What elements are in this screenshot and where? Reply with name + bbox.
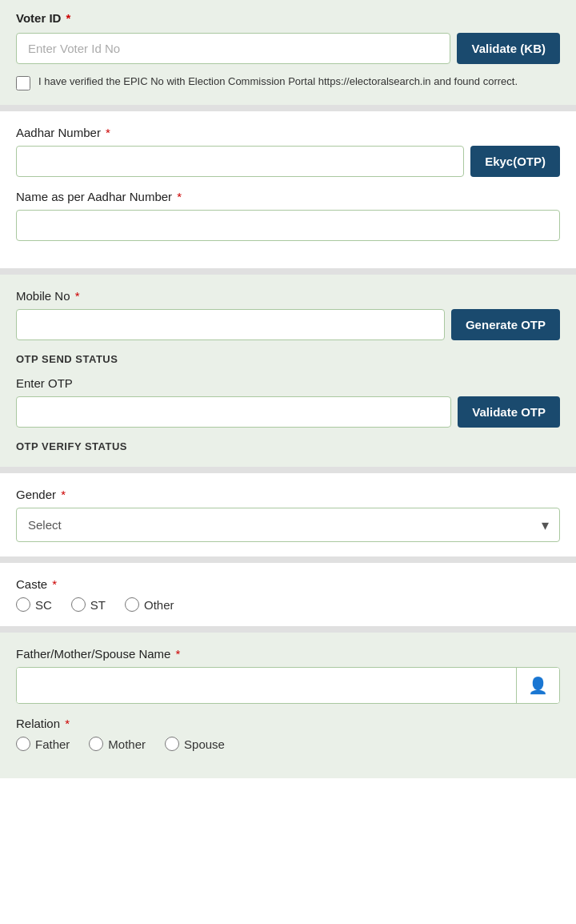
voter-id-required-marker: * (66, 11, 71, 25)
ekyc-otp-button[interactable]: Ekyc(OTP) (470, 146, 560, 177)
relation-father-label: Father (35, 737, 70, 751)
enter-otp-block: Enter OTP Validate OTP (16, 376, 560, 428)
mobile-block: Mobile No * Generate OTP (16, 289, 560, 340)
epic-verify-checkbox[interactable] (16, 76, 30, 90)
caste-st-item[interactable]: ST (71, 597, 106, 612)
family-name-block: Father/Mother/Spouse Name * 👤 (16, 647, 560, 704)
relation-spouse-label: Spouse (184, 737, 225, 751)
caste-sc-label: SC (35, 598, 52, 612)
caste-other-radio[interactable] (125, 597, 139, 612)
otp-input-row: Validate OTP (16, 396, 560, 428)
divider-2 (0, 268, 576, 275)
caste-required-marker: * (52, 577, 57, 591)
gender-section: Gender * Select Male Female Transgender … (0, 473, 576, 556)
validate-otp-button[interactable]: Validate OTP (458, 396, 560, 428)
relation-father-item[interactable]: Father (16, 737, 70, 751)
relation-spouse-item[interactable]: Spouse (165, 737, 225, 751)
relation-mother-label: Mother (108, 737, 146, 751)
caste-radio-group: SC ST Other (16, 597, 560, 612)
relation-label: Relation * (16, 717, 560, 730)
gender-select[interactable]: Select Male Female Transgender (16, 508, 560, 542)
aadhar-name-required-marker: * (177, 190, 182, 203)
gender-select-wrapper: Select Male Female Transgender ▾ (16, 508, 560, 542)
voter-id-label: Voter ID * (16, 11, 560, 25)
caste-other-item[interactable]: Other (125, 597, 174, 612)
relation-mother-item[interactable]: Mother (89, 737, 146, 751)
family-name-label: Father/Mother/Spouse Name * (16, 647, 560, 661)
caste-sc-item[interactable]: SC (16, 597, 52, 612)
caste-label: Caste * (16, 577, 560, 591)
mobile-input[interactable] (16, 309, 445, 340)
aadhar-name-input[interactable] (16, 210, 560, 241)
family-name-input[interactable] (17, 668, 516, 703)
divider-4 (0, 556, 576, 563)
family-name-required-marker: * (176, 647, 181, 661)
family-section: Father/Mother/Spouse Name * 👤 Relation *… (0, 633, 576, 778)
aadhar-required-marker: * (106, 126, 110, 139)
epic-verify-text: I have verified the EPIC No with Electio… (38, 74, 518, 90)
divider-3 (0, 467, 576, 473)
aadhar-name-label: Name as per Aadhar Number * (16, 190, 560, 203)
enter-otp-label: Enter OTP (16, 376, 560, 390)
caste-sc-radio[interactable] (16, 597, 30, 612)
caste-st-label: ST (90, 598, 106, 612)
mobile-otp-section: Mobile No * Generate OTP OTP SEND STATUS… (0, 275, 576, 467)
aadhar-number-label: Aadhar Number * (16, 126, 560, 139)
relation-mother-radio[interactable] (89, 737, 103, 751)
otp-verify-status: OTP VERIFY STATUS (16, 440, 560, 452)
gender-label: Gender * (16, 488, 560, 501)
mobile-required-marker: * (75, 289, 80, 303)
relation-spouse-radio[interactable] (165, 737, 179, 751)
caste-other-label: Other (144, 598, 174, 612)
voter-id-input[interactable] (16, 33, 450, 64)
aadhar-name-block: Name as per Aadhar Number * (16, 190, 560, 241)
mobile-input-row: Generate OTP (16, 309, 560, 340)
otp-send-status: OTP SEND STATUS (16, 353, 560, 365)
divider-5 (0, 626, 576, 633)
epic-verify-row: I have verified the EPIC No with Electio… (16, 74, 560, 90)
caste-st-radio[interactable] (71, 597, 86, 612)
divider-1 (0, 105, 576, 111)
relation-block: Relation * Father Mother Spouse (16, 717, 560, 751)
generate-otp-button[interactable]: Generate OTP (451, 309, 560, 340)
aadhar-section: Aadhar Number * Ekyc(OTP) Name as per Aa… (0, 111, 576, 268)
voter-id-section: Voter ID * Validate (KB) I have verified… (0, 0, 576, 105)
otp-input[interactable] (16, 396, 451, 428)
aadhar-number-block: Aadhar Number * Ekyc(OTP) (16, 126, 560, 177)
gender-required-marker: * (61, 488, 66, 501)
aadhar-number-input[interactable] (16, 146, 464, 177)
person-lookup-button[interactable]: 👤 (516, 668, 559, 703)
mobile-label: Mobile No * (16, 289, 560, 303)
relation-required-marker: * (65, 717, 70, 730)
family-name-input-row: 👤 (16, 667, 560, 704)
voter-id-input-row: Validate (KB) (16, 33, 560, 64)
person-icon: 👤 (528, 676, 548, 695)
caste-section: Caste * SC ST Other (0, 563, 576, 626)
relation-radio-group: Father Mother Spouse (16, 737, 560, 751)
relation-father-radio[interactable] (16, 737, 30, 751)
validate-kb-button[interactable]: Validate (KB) (457, 33, 560, 64)
aadhar-input-row: Ekyc(OTP) (16, 146, 560, 177)
